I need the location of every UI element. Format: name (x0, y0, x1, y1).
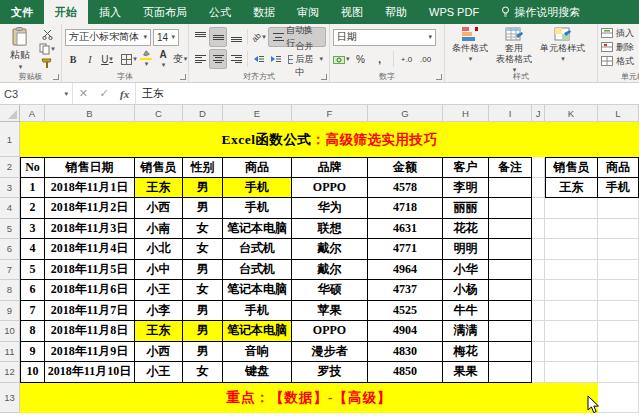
cell-F6[interactable]: 戴尔 (292, 239, 368, 260)
comma-style-button[interactable]: , (372, 50, 388, 68)
cell-E10[interactable]: 笔记本电脑 (223, 321, 292, 342)
cell-styles-button[interactable]: 单元格样式▾ (536, 26, 589, 64)
cell-B7[interactable]: 2018年11月5日 (45, 260, 135, 281)
row-header-2[interactable]: 2 (0, 157, 20, 178)
cell-E4[interactable]: 手机 (223, 198, 292, 219)
number-dialog-launcher[interactable] (436, 74, 442, 80)
cell-A3[interactable]: 1 (20, 178, 45, 199)
ribbon-tab-9[interactable]: WPS PDF (418, 0, 490, 24)
cell-F10[interactable]: OPPO (292, 321, 368, 342)
cell-J12[interactable] (532, 362, 545, 383)
cell-I5[interactable] (489, 219, 532, 240)
cell-L4[interactable] (598, 198, 639, 219)
cell-E11[interactable]: 音响 (223, 342, 292, 363)
cell-F12[interactable]: 罗技 (292, 362, 368, 383)
cell-E9[interactable]: 手机 (223, 301, 292, 322)
ribbon-tab-5[interactable]: 数据 (242, 0, 286, 24)
cell-D5[interactable]: 女 (183, 219, 223, 240)
cell-F9[interactable]: 苹果 (292, 301, 368, 322)
ribbon-tab-10[interactable]: 操作说明搜索 (490, 0, 591, 24)
cell-C12[interactable]: 小王 (135, 362, 183, 383)
col-header-B[interactable]: B (45, 105, 135, 122)
col-header-F[interactable]: F (292, 105, 368, 122)
cell-G8[interactable]: 4737 (368, 280, 443, 301)
cell-L6[interactable] (598, 239, 639, 260)
font-color-button[interactable]: A▾ (155, 50, 171, 68)
cell-F8[interactable]: 华硕 (292, 280, 368, 301)
cell-C10[interactable]: 王东 (135, 321, 183, 342)
row-header-7[interactable]: 7 (0, 260, 20, 281)
cell-A8[interactable]: 6 (20, 280, 45, 301)
row-header-10[interactable]: 10 (0, 321, 20, 342)
font-name-select[interactable]: 方正小标宋简体▾ (65, 29, 151, 46)
cell-J8[interactable] (532, 280, 545, 301)
cell-C4[interactable]: 小西 (135, 198, 183, 219)
align-bottom-button[interactable] (228, 28, 244, 46)
cell-C9[interactable]: 小李 (135, 301, 183, 322)
cell-G12[interactable]: 4850 (368, 362, 443, 383)
cell-I10[interactable] (489, 321, 532, 342)
cancel-icon[interactable]: ✕ (79, 87, 88, 100)
cell-L5[interactable] (598, 219, 639, 240)
merge-center-button[interactable]: 合并后居中▾ (285, 50, 326, 68)
cell-A12[interactable]: 10 (20, 362, 45, 383)
cell-J2[interactable] (532, 157, 545, 178)
cell-C2[interactable]: 销售员 (135, 157, 183, 178)
cell-J6[interactable] (532, 239, 545, 260)
col-header-I[interactable]: I (489, 105, 532, 122)
name-box[interactable]: C3 ▾ (0, 83, 73, 104)
cell-E12[interactable]: 键盘 (223, 362, 292, 383)
decrease-decimal-button[interactable]: .00 (418, 50, 434, 68)
cell-L8[interactable] (598, 280, 639, 301)
cut-icon[interactable] (39, 27, 55, 42)
criteria-value-L3[interactable]: 手机 (598, 178, 639, 199)
cell-E5[interactable]: 笔记本电脑 (223, 219, 292, 240)
cell-D12[interactable]: 女 (183, 362, 223, 383)
cell-A7[interactable]: 5 (20, 260, 45, 281)
cell-B4[interactable]: 2018年11月2日 (45, 198, 135, 219)
cell-H4[interactable]: 丽丽 (443, 198, 489, 219)
font-dialog-launcher[interactable] (180, 74, 186, 80)
cell-H7[interactable]: 小华 (443, 260, 489, 281)
cell-H8[interactable]: 小杨 (443, 280, 489, 301)
cell-D2[interactable]: 性别 (183, 157, 223, 178)
cell-C11[interactable]: 小西 (135, 342, 183, 363)
row-header-12[interactable]: 12 (0, 362, 20, 383)
row-header-6[interactable]: 6 (0, 239, 20, 260)
cell-B12[interactable]: 2018年11月10日 (45, 362, 135, 383)
cell-D7[interactable]: 男 (183, 260, 223, 281)
cell-H2[interactable]: 客户 (443, 157, 489, 178)
fill-color-button[interactable]: ▾ (138, 50, 154, 68)
number-format-select[interactable]: 日期▾ (333, 29, 436, 46)
col-header-J[interactable]: J (532, 105, 545, 122)
cell-A5[interactable]: 3 (20, 219, 45, 240)
cell-A10[interactable]: 8 (20, 321, 45, 342)
cell-H9[interactable]: 牛牛 (443, 301, 489, 322)
cell-J11[interactable] (532, 342, 545, 363)
cell-L12[interactable] (598, 362, 639, 383)
ribbon-tab-6[interactable]: 审阅 (286, 0, 330, 24)
cell-J4[interactable] (532, 198, 545, 219)
cell-C3[interactable]: 王东 (135, 178, 183, 199)
cell-K8[interactable] (545, 280, 598, 301)
decrease-indent-button[interactable] (251, 50, 267, 68)
col-header-C[interactable]: C (135, 105, 183, 122)
cell-G5[interactable]: 4631 (368, 219, 443, 240)
paste-button[interactable]: 粘贴 ▾ (3, 26, 37, 71)
cell-F11[interactable]: 漫步者 (292, 342, 368, 363)
cell-D4[interactable]: 男 (183, 198, 223, 219)
cell-J7[interactable] (532, 260, 545, 281)
ribbon-tab-0[interactable]: 文件 (0, 0, 44, 24)
ribbon-tab-7[interactable]: 视图 (330, 0, 374, 24)
cell-K11[interactable] (545, 342, 598, 363)
borders-button[interactable]: ▾ (121, 50, 137, 68)
row-header-11[interactable]: 11 (0, 342, 20, 363)
format-cells-button[interactable]: 格式 (601, 54, 639, 68)
cell-D8[interactable]: 女 (183, 280, 223, 301)
cell-I2[interactable]: 备注 (489, 157, 532, 178)
cell-D6[interactable]: 女 (183, 239, 223, 260)
cell-K10[interactable] (545, 321, 598, 342)
insert-cells-button[interactable]: 插入 (601, 26, 639, 40)
cell-F4[interactable]: 华为 (292, 198, 368, 219)
cell-C8[interactable]: 小王 (135, 280, 183, 301)
